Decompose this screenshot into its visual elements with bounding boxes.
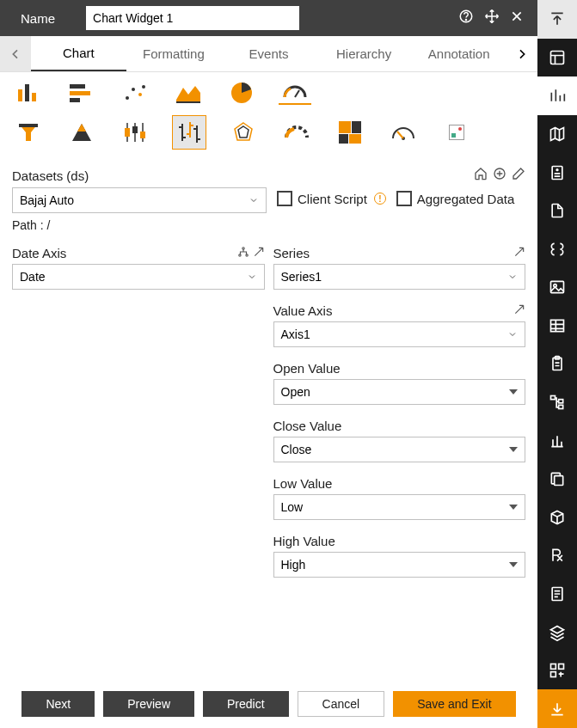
rail-prescription-icon[interactable] [537,536,577,575]
chart-radar-icon[interactable] [227,120,260,144]
chart-candlestick-icon[interactable] [119,120,151,144]
cancel-button[interactable]: Cancel [298,691,385,717]
hierarchy-icon[interactable] [237,246,249,260]
preview-button[interactable]: Preview [103,691,194,717]
right-rail [537,0,577,728]
help-icon[interactable] [458,9,474,28]
svg-rect-3 [25,84,29,101]
svg-point-9 [132,88,135,91]
svg-point-40 [242,248,243,249]
tabs-scroll-left[interactable] [0,36,31,71]
svg-rect-17 [125,128,130,137]
svg-rect-46 [551,282,564,293]
chart-image-placeholder-icon[interactable] [440,120,473,144]
svg-rect-4 [32,93,36,101]
rail-chart-icon[interactable] [537,76,577,115]
widget-name-input[interactable] [86,6,299,30]
svg-rect-2 [18,89,22,101]
add-icon[interactable] [493,167,506,184]
predict-button[interactable]: Predict [203,691,289,717]
chart-gauge-icon[interactable] [279,81,311,105]
path-label: Path : / [12,218,525,232]
date-axis-select[interactable]: Date [12,264,265,290]
svg-point-10 [138,93,142,96]
chart-pie-icon[interactable] [225,81,258,105]
svg-rect-34 [352,121,361,133]
tabs-bar: Chart Formatting Events Hierarchy Annota… [0,36,537,72]
tab-hierarchy[interactable]: Hierarchy [316,36,412,71]
chart-scatter-icon[interactable] [119,81,151,105]
high-value-select[interactable]: High [273,552,526,578]
svg-line-38 [397,132,403,138]
rail-image-icon[interactable] [537,268,577,307]
svg-rect-21 [140,132,145,138]
chart-pyramid-icon[interactable] [65,120,98,144]
open-value-select[interactable]: Open [273,379,526,405]
high-value-label: High Value [273,534,335,548]
rail-table-icon[interactable] [537,307,577,346]
rail-grid-icon[interactable] [537,652,577,690]
tab-annotation[interactable]: Annotation [411,36,506,71]
rail-layers-icon[interactable] [537,613,577,652]
close-value-select[interactable]: Close [273,437,526,462]
svg-rect-52 [559,400,563,403]
tabs-scroll-right[interactable] [506,36,537,71]
arrow-icon[interactable] [253,246,265,260]
svg-rect-51 [551,396,556,400]
chart-bar-icon[interactable] [65,81,98,105]
rail-clipboard-icon[interactable] [537,345,577,383]
close-icon[interactable] [510,9,524,27]
rail-code-icon[interactable] [537,229,577,268]
svg-rect-15 [19,124,38,127]
rail-report-icon[interactable] [537,575,577,614]
rail-form-icon[interactable] [537,153,577,192]
svg-rect-54 [555,476,563,486]
tab-chart[interactable]: Chart [31,36,126,71]
tab-events[interactable]: Events [221,36,316,71]
svg-rect-5 [70,84,85,89]
chart-treemap-icon[interactable] [334,120,366,144]
low-value-label: Low Value [273,476,333,491]
chart-speedometer-icon[interactable] [387,120,420,144]
chart-area-icon[interactable] [172,81,205,105]
rail-tree-icon[interactable] [537,383,577,422]
date-axis-label: Date Axis [12,246,66,260]
datasets-label: Datasets (ds) [12,168,89,183]
low-value-select[interactable]: Low [273,494,526,520]
rail-document-icon[interactable] [537,192,577,230]
rail-package-icon[interactable] [537,499,577,537]
rail-copy-icon[interactable] [537,460,577,499]
rail-collapse-icon[interactable] [537,0,577,39]
edit-icon[interactable] [512,167,525,184]
chart-column-icon[interactable] [12,81,45,105]
series-select[interactable]: Series1 [273,264,526,290]
svg-rect-33 [339,121,351,133]
value-axis-select[interactable]: Axis1 [273,321,526,347]
svg-rect-58 [551,672,556,677]
warning-icon: ! [374,193,386,205]
move-icon[interactable] [484,9,500,28]
client-script-checkbox[interactable]: Client Script ! [277,191,386,206]
rail-dashboard-icon[interactable] [537,39,577,77]
chart-ohlc-icon[interactable] [172,115,206,150]
dataset-value: Bajaj Auto [20,193,74,207]
next-button[interactable]: Next [21,691,95,717]
arrow-icon[interactable] [513,246,525,260]
svg-rect-57 [559,664,564,670]
svg-point-45 [556,168,558,170]
svg-rect-19 [132,126,138,133]
name-label: Name [21,11,55,26]
svg-rect-35 [339,134,348,144]
rail-map-icon[interactable] [537,115,577,154]
rail-download-icon[interactable] [537,689,577,728]
arrow-icon[interactable] [513,303,525,318]
rail-analytics-icon[interactable] [537,421,577,460]
chart-semi-gauge-icon[interactable] [280,120,313,144]
svg-rect-56 [551,664,556,670]
chart-funnel-icon[interactable] [12,120,45,144]
home-icon[interactable] [474,167,488,184]
dataset-select[interactable]: Bajaj Auto [12,187,267,213]
aggregated-data-checkbox[interactable]: Aggregated Data [396,191,514,206]
tab-formatting[interactable]: Formatting [126,36,222,71]
save-and-exit-button[interactable]: Save and Exit [393,691,515,717]
